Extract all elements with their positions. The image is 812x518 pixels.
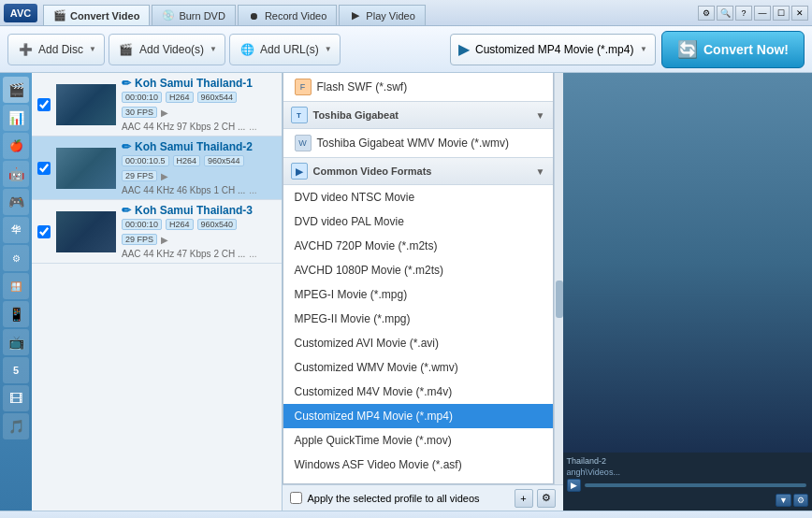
dropdown-item-custom-wmv[interactable]: Customized WMV Movie (*.wmv) — [283, 355, 553, 380]
file-checkbox-1[interactable] — [37, 98, 51, 111]
preview-file-info: Thailand-2 — [567, 456, 809, 466]
dropdown-item-mkv[interactable]: Matroska Movie (*.mkv) — [283, 477, 553, 484]
toshiba-wmv-icon: W — [295, 135, 312, 151]
preview-action-row: ▼ ⚙ — [567, 494, 809, 507]
side-icon-film[interactable]: 🎞 — [3, 385, 29, 411]
burn-tab-label: Burn DVD — [179, 10, 225, 22]
dropdown-item-custom-mp4[interactable]: Customized MP4 Movie (*.mp4) — [283, 404, 553, 428]
play-tab-label: Play Video — [366, 10, 414, 22]
file-name-2: ✏ Koh Samui Thailand-2 — [122, 140, 276, 153]
preview-expand-btn[interactable]: ⚙ — [793, 494, 808, 507]
dropdown-scrollbar[interactable] — [554, 73, 563, 484]
title-tabs: 🎬 Convert Video 💿 Burn DVD ⏺ Record Vide… — [43, 0, 428, 25]
help-btn[interactable]: ? — [735, 6, 752, 21]
convert-tab-label: Convert Video — [70, 10, 139, 22]
side-icon-apple[interactable]: 🍎 — [3, 133, 29, 159]
file-item-1[interactable]: ✏ Koh Samui Thailand-1 00:00:10 H264 960… — [32, 73, 282, 137]
convert-now-button[interactable]: 🔄 Convert Now! — [661, 31, 805, 68]
file-info-2: ✏ Koh Samui Thailand-2 00:00:10.5 H264 9… — [122, 140, 276, 195]
preview-settings-btn[interactable]: ▼ — [776, 494, 791, 507]
apply-all-checkbox[interactable] — [290, 492, 302, 504]
preview-play-btn[interactable]: ▶ — [567, 479, 581, 492]
dropdown-item-toshiba-wmv[interactable]: W Toshiba Gigabeat WMV Movie (*.wmv) — [283, 129, 553, 157]
preview-path-row: angh\Videos... — [567, 468, 809, 477]
format-selected-label: Customized MP4 Movie (*.mp4) — [475, 43, 633, 56]
tab-record-video[interactable]: ⏺ Record Video — [238, 5, 337, 25]
dropdown-wrapper: F Flash SWF (*.swf) T Toshiba Gigabeat ▼… — [283, 73, 563, 484]
add-disc-label: Add Disc — [38, 43, 83, 56]
tab-play-video[interactable]: ▶ Play Video — [339, 5, 425, 25]
add-disc-button[interactable]: ➕ Add Disc ▼ — [7, 34, 105, 65]
group-common-video[interactable]: ▶ Common Video Formats ▼ — [283, 157, 553, 185]
format-select-dropdown[interactable]: ▶ Customized MP4 Movie (*.mp4) ▼ — [450, 34, 656, 65]
add-video-button[interactable]: 🎬 Add Video(s) ▼ — [109, 34, 225, 65]
file-list: ✏ Koh Samui Thailand-1 00:00:10 H264 960… — [32, 73, 283, 511]
dropdown-item-custom-m4v[interactable]: Customized M4V Movie (*.m4v) — [283, 380, 553, 404]
side-icon-blackberry[interactable]: ⚙ — [3, 245, 29, 271]
add-disc-icon: ➕ — [16, 40, 35, 59]
add-url-arrow: ▼ — [325, 45, 332, 53]
apply-row: Apply the selected profile to all videos… — [283, 484, 563, 511]
minimize-btn[interactable]: — — [754, 6, 771, 21]
format-dropdown-menu: F Flash SWF (*.swf) T Toshiba Gigabeat ▼… — [283, 73, 554, 484]
file-meta-3: 00:00:10 H264 960x540 29 FPS ▶ AAC 44 KH… — [122, 219, 276, 259]
file-info-3: ✏ Koh Samui Thailand-3 00:00:10 H264 960… — [122, 204, 276, 259]
side-icon-huawei[interactable]: 华 — [3, 217, 29, 243]
add-video-label: Add Video(s) — [139, 43, 204, 56]
tab-convert-video[interactable]: 🎬 Convert Video — [43, 5, 150, 25]
file-checkbox-2[interactable] — [37, 162, 51, 175]
dropdown-item-mpeg2[interactable]: MPEG-II Movie (*.mpg) — [283, 307, 553, 331]
side-icon-html5[interactable]: 5 — [3, 357, 29, 383]
side-icon-android[interactable]: 🤖 — [3, 161, 29, 187]
side-icon-bar: 🎬 📊 🍎 🤖 🎮 华 ⚙ 🪟 📱 📺 5 🎞 🎵 — [0, 73, 32, 511]
format-arrow: ▼ — [640, 45, 647, 53]
side-icon-chart[interactable]: 📊 — [3, 105, 29, 131]
add-url-button[interactable]: 🌐 Add URL(s) ▼ — [229, 34, 341, 65]
side-icon-game[interactable]: 🎮 — [3, 189, 29, 215]
dropdown-item-dvd-ntsc[interactable]: DVD video NTSC Movie — [283, 185, 553, 209]
side-icon-music[interactable]: 🎵 — [3, 413, 29, 439]
dropdown-item-flash[interactable]: F Flash SWF (*.swf) — [283, 73, 553, 101]
record-tab-icon: ⏺ — [248, 9, 261, 22]
title-bar: AVC 🎬 Convert Video 💿 Burn DVD ⏺ Record … — [0, 0, 812, 26]
dropdown-item-mpeg1[interactable]: MPEG-I Movie (*.mpg) — [283, 282, 553, 307]
dropdown-item-asf[interactable]: Windows ASF Video Movie (*.asf) — [283, 453, 553, 477]
play-tab-icon: ▶ — [349, 9, 362, 22]
right-preview-panel: Thailand-2 angh\Videos... ▶ ▼ ⚙ — [563, 73, 813, 511]
preview-video — [563, 73, 813, 453]
add-video-icon: 🎬 — [117, 40, 136, 59]
preview-progress-bar[interactable] — [585, 483, 807, 487]
settings-btn[interactable]: ⚙ — [698, 6, 715, 21]
group-toshiba[interactable]: T Toshiba Gigabeat ▼ — [283, 101, 553, 129]
preview-buttons: ▶ — [567, 479, 809, 492]
close-btn[interactable]: ✕ — [791, 6, 808, 21]
add-video-arrow: ▼ — [210, 45, 217, 53]
add-url-label: Add URL(s) — [260, 43, 319, 56]
bottom-bar: Shutdown computer after conversion finis… — [0, 511, 812, 518]
common-video-icon: ▶ — [291, 163, 308, 180]
tab-burn-dvd[interactable]: 💿 Burn DVD — [152, 5, 236, 25]
dropdown-item-quicktime[interactable]: Apple QuickTime Movie (*.mov) — [283, 428, 553, 453]
search-btn[interactable]: 🔍 — [717, 6, 733, 21]
apply-all-label: Apply the selected profile to all videos — [308, 493, 480, 504]
maximize-btn[interactable]: ☐ — [773, 6, 790, 21]
file-checkbox-3[interactable] — [37, 225, 51, 238]
convert-tab-icon: 🎬 — [53, 9, 66, 22]
dropdown-item-avchd-1080[interactable]: AVCHD 1080P Movie (*.m2ts) — [283, 258, 553, 282]
settings-profile-btn[interactable]: ⚙ — [537, 489, 556, 508]
format-area: ▶ Customized MP4 Movie (*.mp4) ▼ 🔄 Conve… — [450, 31, 805, 68]
side-icon-tv[interactable]: 📺 — [3, 329, 29, 355]
add-profile-btn[interactable]: + — [515, 489, 533, 508]
toolbar: ➕ Add Disc ▼ 🎬 Add Video(s) ▼ 🌐 Add URL(… — [0, 26, 812, 73]
dropdown-item-avchd-720[interactable]: AVCHD 720P Movie (*.m2ts) — [283, 234, 553, 258]
preview-file-label: Thailand-2 — [567, 456, 607, 466]
dropdown-item-dvd-pal[interactable]: DVD video PAL Movie — [283, 209, 553, 234]
window-controls: ⚙ 🔍 ? — ☐ ✕ — [698, 6, 808, 21]
file-item-2[interactable]: ✏ Koh Samui Thailand-2 00:00:10.5 H264 9… — [32, 137, 282, 200]
dropdown-item-custom-avi[interactable]: Customized AVI Movie (*.avi) — [283, 331, 553, 355]
file-item-3[interactable]: ✏ Koh Samui Thailand-3 00:00:10 H264 960… — [32, 200, 282, 264]
format-video-icon: ▶ — [458, 40, 470, 58]
side-icon-video[interactable]: 🎬 — [3, 77, 29, 103]
side-icon-windows[interactable]: 🪟 — [3, 273, 29, 299]
side-icon-phone[interactable]: 📱 — [3, 301, 29, 327]
